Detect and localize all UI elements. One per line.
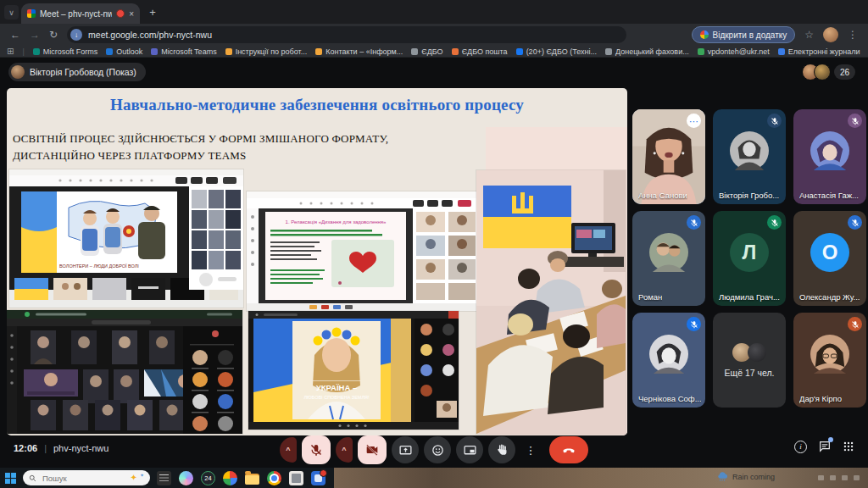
bookmark-item[interactable]: Microsoft Teams [151, 47, 216, 56]
mic-off-badge [687, 317, 701, 331]
camera-options-chevron[interactable]: ^ [336, 437, 353, 463]
camera-off-button[interactable] [358, 435, 387, 464]
raise-hand-button[interactable] [488, 436, 515, 463]
mic-options-chevron[interactable]: ^ [280, 437, 297, 463]
copilot-icon[interactable] [179, 471, 193, 485]
slide-image-teams-gallery [7, 310, 242, 434]
svg-text:ЛЮБОВІ СПОВНЕНА ЗЕМЛЯ!: ЛЮБОВІ СПОВНЕНА ЗЕМЛЯ! [303, 395, 370, 400]
bookmark-favicon [225, 48, 232, 55]
chat-icon[interactable] [818, 440, 832, 453]
presenter-pill[interactable]: Вікторія Гробовод (Показ) [8, 63, 146, 81]
address-bar[interactable]: ↓ meet.google.com/phv-nyct-nwu [67, 26, 626, 43]
end-call-button[interactable] [549, 436, 588, 463]
slide-image-teams-volunteers: ВОЛОНТЕРИ – ЛЮДИ ДОБРОЇ ВОЛІ [9, 169, 243, 308]
apps-grid-icon[interactable]: ⊞ [7, 47, 14, 56]
search-input[interactable] [41, 473, 119, 484]
system-tray[interactable] [818, 475, 860, 480]
forward-icon[interactable]: → [30, 30, 40, 40]
participant-tile[interactable]: Вікторія Гробо... [713, 109, 786, 204]
site-info-icon[interactable]: ↓ [70, 29, 82, 41]
participant-tile[interactable]: Роман [632, 211, 705, 306]
bookmark-item[interactable]: Контакти – «Інформ... [315, 47, 403, 56]
mic-off-badge [767, 215, 782, 230]
separator: | [44, 443, 47, 453]
present-screen-button[interactable] [392, 436, 419, 463]
browser-menu-icon[interactable]: ⋮ [848, 29, 858, 41]
mic-off-badge [848, 317, 862, 331]
mic-off-badge [687, 215, 701, 230]
meeting-code: phv-nyct-nwu [53, 443, 108, 453]
rain-cloud-icon [716, 471, 729, 482]
bookmark-item[interactable]: (20+) ЄДБО (Техні... [516, 47, 597, 56]
back-icon[interactable]: ← [10, 30, 20, 40]
search-icon [29, 474, 36, 482]
participant-name: Анна Санови [638, 191, 687, 200]
tab-close-icon[interactable]: × [129, 9, 134, 19]
separator: | [22, 47, 24, 56]
bookmark-item[interactable]: vpdonteh@ukr.net [698, 47, 770, 56]
open-in-app-button[interactable]: Відкрити в додатку [692, 26, 796, 43]
bookmark-item[interactable]: ЄДБО [411, 47, 442, 56]
start-button[interactable] [5, 473, 16, 484]
participant-tile[interactable]: ⋯ Анна Санови [632, 109, 705, 204]
activities-icon[interactable] [843, 441, 854, 452]
weather-label: Rain coming [732, 473, 775, 481]
bookmark-favicon [778, 48, 785, 55]
mic-off-badge [848, 114, 862, 128]
mic-muted-button[interactable] [302, 435, 331, 464]
new-tab-button[interactable]: + [146, 5, 159, 19]
bookmark-favicon [452, 48, 459, 55]
mic-off-badge [767, 114, 782, 128]
bookmark-star-icon[interactable]: ☆ [804, 29, 814, 41]
meet-app-icon [700, 30, 709, 39]
participant-tile[interactable]: Л Людмила Грач... [713, 211, 786, 306]
profile-avatar[interactable] [823, 27, 838, 42]
presenter-avatar [11, 65, 25, 79]
browser-tab[interactable]: Meet – phv-nyct-nwu × [21, 3, 140, 24]
taskbar-app-icon[interactable] [157, 471, 171, 485]
bookmark-item[interactable]: Outlook [106, 47, 142, 56]
messenger-app-icon[interactable] [311, 471, 326, 485]
participant-count[interactable]: 26 [802, 63, 855, 81]
bookmark-item[interactable]: Інструкції по робот... [225, 47, 308, 56]
taskbar-search[interactable]: ✦ ✦ [23, 470, 150, 485]
reactions-button[interactable] [424, 436, 451, 463]
info-icon[interactable]: i [794, 441, 807, 453]
slide-image-teams-ukraina: УКРАЇНА – ЛЮБОВІ СПОВНЕНА ЗЕМЛЯ! [248, 311, 459, 430]
slide-title: Навчально-методичне забезпечення освітнь… [7, 96, 627, 114]
avatar [810, 131, 849, 170]
participant-tile[interactable]: Чернікова Соф... [632, 313, 705, 408]
tab-title: Meet – phv-nyct-nwu [40, 9, 112, 19]
participant-tile[interactable]: Анастасія Гаж... [793, 109, 866, 204]
bookmarks-bar: ⊞ | Microsoft Forms Outlook Microsoft Te… [0, 46, 868, 58]
chrome-icon[interactable] [267, 471, 281, 485]
badge-24-icon[interactable]: 24 [201, 471, 215, 485]
share-window-button[interactable] [456, 436, 483, 463]
screen: ∨ Meet – phv-nyct-nwu × + ← → ↻ ↓ meet.g… [0, 0, 868, 488]
slide-body-text: ОСВІТНІЙ ПРОЦЕС ЗДІЙСНЮЄТЬСЯ У ФОРМІ ЗМІ… [13, 130, 388, 164]
taskbar-weather[interactable]: Rain coming [716, 471, 775, 482]
svg-text:1. Релаксація «Дихання для зад: 1. Релаксація «Дихання для задоволення» [286, 219, 387, 225]
meet-panel-buttons: i [794, 440, 854, 453]
mic-off-badge [848, 215, 862, 230]
tab-strip: ∨ Meet – phv-nyct-nwu × + [0, 0, 868, 24]
windows-taskbar: ✦ ✦ 24 Rain coming [0, 468, 868, 488]
file-explorer-icon[interactable] [245, 474, 259, 485]
pinwheel-app-icon[interactable] [223, 471, 237, 485]
window-app-icon[interactable] [289, 471, 303, 485]
reload-icon[interactable]: ↻ [49, 30, 58, 40]
bookmark-item[interactable]: Microsoft Forms [33, 47, 98, 56]
avatar [730, 131, 769, 170]
bookmark-item[interactable]: Електронні журнали [778, 47, 860, 56]
participant-tile[interactable]: Дар'я Кірпо [793, 313, 866, 408]
more-options-button[interactable]: ⋮ [520, 436, 541, 463]
bookmark-item[interactable]: ЄДБО пошта [452, 47, 508, 56]
participant-tile[interactable]: О Олександр Жу... [793, 211, 866, 306]
participant-tile-more[interactable]: Ещё 17 чел. [713, 313, 786, 408]
bookmark-favicon [411, 48, 418, 55]
bookmark-item[interactable]: Донецький фахови... [605, 47, 689, 56]
media-recording-icon [116, 9, 125, 18]
slide-photo-classroom [476, 170, 626, 434]
tile-menu-icon[interactable]: ⋯ [687, 114, 701, 128]
tab-list-chevron-icon[interactable]: ∨ [4, 5, 19, 19]
